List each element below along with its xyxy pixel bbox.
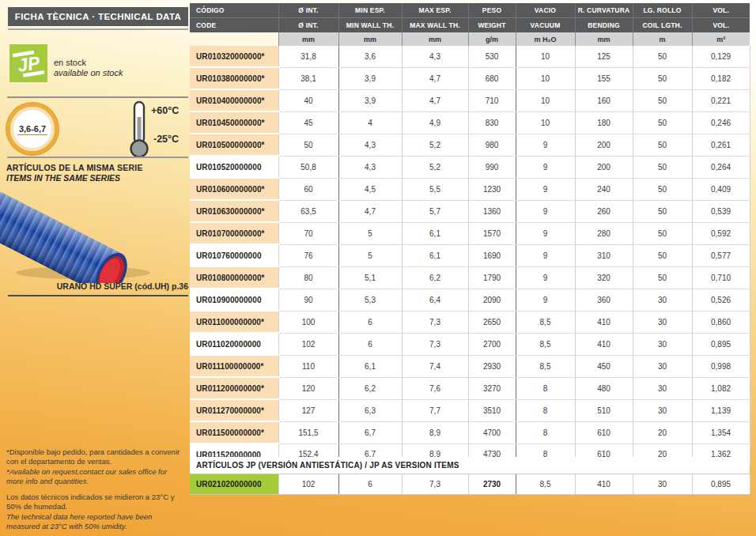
value-cell: 30 [633,289,692,311]
value-cell: 30 [633,355,692,377]
left-panel: FICHA TÈCNICA · TECHNICAL DATA JP en sto… [0,0,190,536]
value-cell: 38,1 [278,67,338,89]
table-row: UR010450000000*4544,983010180500,246 [190,111,750,134]
code-cell: UR010450000000* [190,111,278,134]
code-cell: UR010400000000* [190,89,278,111]
footnote-on-request-en: *Available on request,contact our sales … [6,467,185,485]
value-cell: 2700 [468,333,516,355]
value-cell: 10 [516,89,575,111]
thermometer-icon [129,100,149,163]
value-cell: 2650 [468,311,516,333]
code-cell: UR011500000000* [190,421,278,444]
value-cell: 4,9 [402,111,468,134]
value-cell: 6,1 [402,222,468,244]
table-row: UR01052000000050,84,35,29909200500,264 [190,156,750,178]
same-series-heading-es: ARTÍCULOS DE LA MISMA SERIE [6,163,143,172]
value-cell: 0,539 [692,200,750,222]
value-cell: 1,139 [692,399,750,421]
value-cell: 4700 [468,421,516,444]
value-cell: 50 [633,200,692,222]
value-cell: 4,3 [338,156,402,178]
code-cell: UR010900000000 [190,289,278,311]
value-cell: 320 [575,266,633,289]
value-cell: 100 [278,311,338,333]
jp-stock-logo: JP [9,44,47,82]
value-cell: 50 [633,266,692,289]
table-row: UR010900000000905,36,420909360300,526 [190,289,750,311]
value-cell: 410 [575,474,633,495]
code-cell: UR011000000000* [190,311,278,333]
value-cell: 4,7 [402,67,468,89]
value-cell: 102 [278,474,338,495]
value-cell: 680 [468,67,516,89]
value-cell: 0,264 [692,156,750,178]
footnotes: *Disponible bajo pedido, para cantidades… [6,447,185,532]
value-cell: 0,895 [692,333,750,355]
table-row: UR011500000000*151,56,78,947008610201,35… [190,421,750,444]
column-header: VACUUM [516,18,575,33]
unit-label: mm [575,32,633,46]
value-cell: 0,129 [692,46,750,67]
value-cell: 6 [338,333,402,355]
value-cell: 9 [516,266,575,289]
value-cell: 8 [516,377,575,399]
code-cell: UR010760000000 [190,244,278,266]
value-cell: 45 [278,111,338,134]
table-row: UR010380000000*38,13,94,768010155500,182 [190,67,750,89]
value-cell: 9 [516,200,575,222]
value-cell: 20 [633,421,692,444]
footnote-conditions-es: Los datos técnicos indicados se midieron… [6,493,185,511]
value-cell: 0,860 [692,311,750,333]
value-cell: 1790 [468,266,516,289]
value-cell: 6,1 [402,244,468,266]
value-cell: 6,2 [338,377,402,399]
value-cell: 410 [575,311,633,333]
table-row: UR011000000000*10067,326508,5410300,860 [190,311,750,333]
column-header: MAX WALL TH. [402,18,468,33]
value-cell: 1690 [468,244,516,266]
value-cell: 200 [575,156,633,178]
divider [7,96,188,98]
code-cell: UR010700000000* [190,222,278,244]
code-cell: UR010520000000 [190,156,278,178]
value-cell: 1360 [468,200,516,222]
value-cell: 6,3 [338,399,402,421]
value-cell: 610 [575,421,633,444]
divider [8,295,188,296]
value-cell: 30 [633,311,692,333]
value-cell: 0,526 [692,289,750,311]
code-cell: UR010630000000* [190,200,278,222]
value-cell: 530 [468,46,516,67]
value-cell: 10 [516,46,575,67]
value-cell: 280 [575,222,633,244]
value-cell: 7,3 [402,474,468,495]
code-cell: UR021020000000 [190,474,278,495]
value-cell: 8 [516,399,575,421]
value-cell: 50 [633,222,692,244]
table-row: UR011200000000*1206,27,632708480301,082 [190,377,750,399]
pressure-range-icon: 3,6-6,7 [6,103,59,155]
antistatic-table: UR02102000000010267,327308,5410300,895 [190,474,750,495]
divider [8,28,188,30]
value-cell: 0,261 [692,134,750,156]
value-cell: 110 [278,355,338,377]
stock-availability: en stock available on stock [54,58,123,78]
column-header: R. CURVATURA [575,3,633,18]
table-row: UR010630000000*63,54,75,713609260500,539 [190,200,750,222]
value-cell: 360 [575,289,633,311]
value-cell: 3,6 [338,46,402,67]
header-row: CÓDIGOØ INT.MIN ESP.MAX ESP.PESOVACIOR. … [190,3,750,18]
value-cell: 260 [575,200,633,222]
value-cell: 3510 [468,399,516,421]
value-cell: 240 [575,178,633,200]
value-cell: 30 [633,399,692,421]
value-cell: 0,577 [692,244,750,266]
unit-label: g/m [468,32,516,46]
value-cell: 9 [516,134,575,156]
value-cell: 200 [575,134,633,156]
column-header: LG. ROLLO [633,3,692,18]
value-cell: 8,9 [402,421,468,444]
table-row: UR010700000000*7056,115709280500,592 [190,222,750,244]
unit-label [190,32,278,46]
value-cell: 2930 [468,355,516,377]
